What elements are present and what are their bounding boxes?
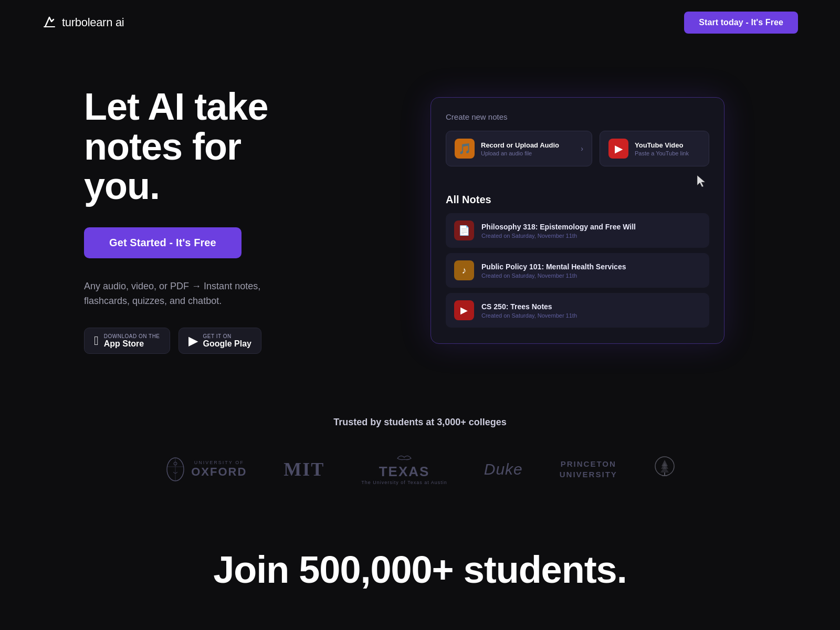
hero-right: Create new notes 🎵 Record or Upload Audi… bbox=[357, 97, 798, 344]
google-play-text: GET IT ON Google Play bbox=[203, 333, 251, 349]
trusted-section: Trusted by students at 3,000+ colleges U… bbox=[0, 385, 840, 506]
oxford-text: UNIVERSITY OF OXFORD bbox=[191, 460, 247, 479]
texas-logo: TEXAS The University of Texas at Austin bbox=[361, 453, 447, 485]
trusted-title: Trusted by students at 3,000+ colleges bbox=[42, 417, 798, 428]
note-icon-audio: ♪ bbox=[454, 260, 474, 280]
oxford-logo: UNIVERSITY OF OXFORD bbox=[165, 456, 247, 482]
texas-longhorn-icon bbox=[396, 453, 412, 464]
all-notes-label: All Notes bbox=[446, 194, 709, 206]
audio-option-title: Record or Upload Audio bbox=[481, 141, 574, 149]
audio-option-text: Record or Upload Audio Upload an audio f… bbox=[481, 141, 574, 156]
app-store-badge[interactable]:  Download on the App Store bbox=[84, 328, 170, 354]
join-prefix: Join bbox=[213, 549, 299, 591]
oxford-crest-icon bbox=[165, 456, 186, 482]
hero-section: Let AI take notes for you. Get Started -… bbox=[0, 45, 840, 385]
oxford-university-of: UNIVERSITY OF bbox=[191, 460, 247, 465]
demo-card-title: Create new notes bbox=[446, 112, 709, 121]
upload-options: 🎵 Record or Upload Audio Upload an audio… bbox=[446, 131, 709, 166]
note-item-3[interactable]: ▶ CS 250: Trees Notes Created on Saturda… bbox=[446, 293, 709, 328]
app-store-label-small: Download on the bbox=[104, 333, 160, 339]
colleges-row: UNIVERSITY OF OXFORD MIT TEXAS The Unive… bbox=[42, 453, 798, 485]
app-store-text: Download on the App Store bbox=[104, 333, 160, 349]
audio-upload-option[interactable]: 🎵 Record or Upload Audio Upload an audio… bbox=[446, 131, 592, 166]
youtube-option-text: YouTube Video Paste a YouTube link bbox=[635, 141, 700, 156]
get-started-button[interactable]: Get Started - It's Free bbox=[84, 227, 242, 258]
note-item-1[interactable]: 📄 Philosophy 318: Epistemology and Free … bbox=[446, 213, 709, 248]
mit-logo: MIT bbox=[284, 458, 324, 480]
app-badges:  Download on the App Store ▶ GET IT ON … bbox=[84, 328, 326, 354]
note-date-3: Created on Saturday, November 11th bbox=[481, 312, 577, 319]
navbar: turbolearn ai Start today - It's Free bbox=[0, 0, 840, 45]
youtube-option-icon: ▶ bbox=[608, 139, 628, 159]
audio-option-subtitle: Upload an audio file bbox=[481, 150, 574, 156]
note-title-2: Public Policy 101: Mental Health Service… bbox=[481, 262, 626, 271]
note-title-1: Philosophy 318: Epistemology and Free Wi… bbox=[481, 223, 636, 231]
note-date-2: Created on Saturday, November 11th bbox=[481, 272, 626, 279]
logo-text: turbolearn ai bbox=[62, 16, 124, 29]
note-title-3: CS 250: Trees Notes bbox=[481, 302, 577, 311]
start-today-button[interactable]: Start today - It's Free bbox=[684, 12, 798, 34]
audio-option-icon: 🎵 bbox=[455, 139, 475, 159]
logo: turbolearn ai bbox=[42, 15, 124, 30]
mit-text: MIT bbox=[284, 459, 324, 480]
hero-title: Let AI take notes for you. bbox=[84, 87, 326, 206]
stanford-logo bbox=[654, 456, 675, 483]
google-play-label-large: Google Play bbox=[203, 339, 251, 349]
hero-left: Let AI take notes for you. Get Started -… bbox=[84, 87, 326, 354]
join-count: 500,000+ students. bbox=[299, 549, 626, 591]
princeton-logo: PRINCETONUNIVERSITY bbox=[560, 459, 617, 479]
demo-card: Create new notes 🎵 Record or Upload Audi… bbox=[430, 97, 724, 344]
princeton-text: PRINCETONUNIVERSITY bbox=[560, 459, 617, 479]
note-item-2[interactable]: ♪ Public Policy 101: Mental Health Servi… bbox=[446, 253, 709, 288]
notes-list: 📄 Philosophy 318: Epistemology and Free … bbox=[446, 213, 709, 328]
oxford-name: OXFORD bbox=[191, 465, 247, 479]
cursor-area bbox=[446, 174, 709, 188]
note-text-3: CS 250: Trees Notes Created on Saturday,… bbox=[481, 302, 577, 319]
google-play-icon: ▶ bbox=[188, 334, 198, 347]
note-text-2: Public Policy 101: Mental Health Service… bbox=[481, 262, 626, 279]
note-icon-pdf: 📄 bbox=[454, 220, 474, 240]
hero-subtitle: Any audio, video, or PDF → Instant notes… bbox=[84, 279, 326, 309]
hero-subtitle-line1: Any audio, video, or PDF → Instant notes… bbox=[84, 281, 260, 291]
youtube-option-title: YouTube Video bbox=[635, 141, 700, 149]
note-date-1: Created on Saturday, November 11th bbox=[481, 233, 636, 239]
note-icon-yt: ▶ bbox=[454, 300, 474, 320]
youtube-upload-option[interactable]: ▶ YouTube Video Paste a YouTube link bbox=[600, 131, 709, 166]
texas-subtitle: The University of Texas at Austin bbox=[361, 480, 447, 485]
join-section: Join 500,000+ students. bbox=[0, 506, 840, 612]
google-play-badge[interactable]: ▶ GET IT ON Google Play bbox=[178, 328, 261, 354]
google-play-label-small: GET IT ON bbox=[203, 333, 251, 339]
join-title: Join 500,000+ students. bbox=[42, 548, 798, 591]
hero-subtitle-line2: flashcards, quizzes, and chatbot. bbox=[84, 296, 222, 306]
audio-option-arrow: › bbox=[581, 144, 583, 153]
stanford-tree-icon bbox=[654, 456, 675, 481]
duke-logo: Duke bbox=[484, 460, 523, 478]
logo-icon bbox=[42, 15, 57, 30]
texas-text: TEXAS bbox=[379, 464, 430, 480]
app-store-label-large: App Store bbox=[104, 339, 160, 349]
apple-icon:  bbox=[94, 334, 99, 347]
note-text-1: Philosophy 318: Epistemology and Free Wi… bbox=[481, 223, 636, 239]
youtube-option-subtitle: Paste a YouTube link bbox=[635, 150, 700, 156]
cursor-icon bbox=[695, 174, 709, 188]
duke-text: Duke bbox=[484, 460, 523, 478]
